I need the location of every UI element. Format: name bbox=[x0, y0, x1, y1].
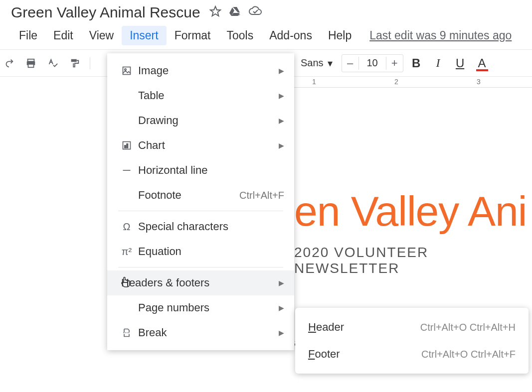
menu-equation[interactable]: π² Equation bbox=[107, 239, 294, 264]
svg-point-7 bbox=[125, 69, 126, 70]
italic-button[interactable]: I bbox=[429, 56, 447, 70]
document-subheading[interactable]: 2020 VOLUNTEER NEWSLETTER bbox=[294, 245, 532, 276]
bold-button[interactable]: B bbox=[407, 56, 425, 70]
chevron-right-icon: ▶ bbox=[279, 329, 284, 337]
menu-tools[interactable]: Tools bbox=[219, 26, 262, 45]
image-icon bbox=[118, 66, 135, 76]
submenu-footer[interactable]: Footer Ctrl+Alt+O Ctrl+Alt+F bbox=[295, 341, 529, 368]
svg-rect-5 bbox=[71, 59, 77, 62]
menu-drawing[interactable]: Drawing ▶ bbox=[107, 108, 294, 133]
ruler-mark: 1 bbox=[312, 78, 316, 86]
menu-label: Headers & footers bbox=[118, 276, 274, 289]
hline-icon bbox=[118, 165, 135, 175]
menu-label: Chart bbox=[135, 139, 274, 152]
submenu-shortcut: Ctrl+Alt+O Ctrl+Alt+F bbox=[421, 349, 516, 360]
menu-label: Equation bbox=[135, 245, 284, 258]
print-icon[interactable] bbox=[22, 54, 40, 72]
document-title[interactable]: Green Valley Animal Rescue bbox=[11, 4, 200, 21]
svg-rect-4 bbox=[28, 64, 34, 67]
menu-label: Footnote bbox=[135, 189, 239, 202]
menu-addons[interactable]: Add-ons bbox=[261, 26, 320, 45]
menu-footnote[interactable]: Footnote Ctrl+Alt+F bbox=[107, 183, 294, 208]
menu-shortcut: Ctrl+Alt+F bbox=[239, 190, 284, 201]
font-name-label: Sans bbox=[301, 57, 324, 69]
menu-edit[interactable]: Edit bbox=[45, 26, 81, 45]
ruler-mark: 2 bbox=[394, 78, 398, 86]
paint-format-icon[interactable] bbox=[66, 54, 84, 72]
svg-rect-2 bbox=[28, 59, 34, 61]
font-family-picker[interactable]: Sans ▾ bbox=[296, 57, 338, 69]
font-size-value[interactable]: 10 bbox=[359, 57, 386, 69]
document-heading[interactable]: en Valley Ani bbox=[294, 187, 532, 236]
last-edit-link[interactable]: Last edit was 9 minutes ago bbox=[369, 29, 512, 42]
svg-rect-9 bbox=[125, 145, 126, 148]
cursor-hand-icon bbox=[117, 275, 134, 288]
menubar: File Edit View Insert Format Tools Add-o… bbox=[0, 21, 532, 50]
chevron-down-icon: ▾ bbox=[328, 57, 333, 69]
ruler-mark: 3 bbox=[477, 78, 481, 86]
font-size-increase[interactable]: + bbox=[386, 57, 403, 70]
font-size-decrease[interactable]: – bbox=[342, 57, 359, 70]
cloud-saved-icon[interactable] bbox=[248, 5, 262, 19]
submenu-shortcut: Ctrl+Alt+O Ctrl+Alt+H bbox=[420, 322, 516, 333]
chevron-right-icon: ▶ bbox=[279, 304, 284, 312]
insert-dropdown: Image ▶ Table ▶ Drawing ▶ Chart ▶ Horizo… bbox=[107, 53, 294, 350]
svg-rect-6 bbox=[123, 67, 131, 75]
menu-break[interactable]: Break ▶ bbox=[107, 320, 294, 345]
menu-divider bbox=[118, 211, 283, 211]
menu-divider bbox=[118, 267, 283, 267]
title-row: Green Valley Animal Rescue + bbox=[0, 0, 532, 21]
text-color-button[interactable]: A bbox=[473, 56, 491, 70]
chevron-right-icon: ▶ bbox=[279, 67, 284, 75]
chevron-right-icon: ▶ bbox=[279, 92, 284, 100]
submenu-label: Footer bbox=[308, 348, 421, 361]
menu-insert[interactable]: Insert bbox=[122, 26, 167, 45]
menu-format[interactable]: Format bbox=[167, 26, 219, 45]
underline-button[interactable]: U bbox=[451, 56, 469, 70]
submenu-label: Header bbox=[308, 321, 420, 334]
menu-help[interactable]: Help bbox=[320, 26, 359, 45]
menu-label: Special characters bbox=[135, 220, 284, 233]
svg-rect-10 bbox=[127, 144, 128, 148]
menu-label: Horizontal line bbox=[135, 164, 284, 177]
menu-chart[interactable]: Chart ▶ bbox=[107, 133, 294, 158]
chevron-right-icon: ▶ bbox=[279, 279, 284, 287]
star-icon[interactable] bbox=[209, 5, 221, 19]
menu-page-numbers[interactable]: Page numbers ▶ bbox=[107, 295, 294, 320]
menu-view[interactable]: View bbox=[81, 26, 122, 45]
redo-icon[interactable] bbox=[0, 54, 18, 72]
menu-headers-footers[interactable]: Headers & footers ▶ bbox=[107, 270, 294, 295]
pi-icon: π² bbox=[118, 246, 135, 258]
menu-label: Page numbers bbox=[135, 301, 274, 314]
svg-text:+: + bbox=[237, 12, 240, 17]
font-size-stepper: – 10 + bbox=[342, 54, 403, 72]
menu-table[interactable]: Table ▶ bbox=[107, 83, 294, 108]
menu-label: Drawing bbox=[135, 114, 274, 127]
chevron-right-icon: ▶ bbox=[279, 141, 284, 149]
menu-label: Image bbox=[135, 64, 274, 77]
menu-file[interactable]: File bbox=[11, 26, 45, 45]
headers-footers-submenu: Header Ctrl+Alt+O Ctrl+Alt+H Footer Ctrl… bbox=[295, 308, 529, 374]
menu-label: Break bbox=[135, 326, 274, 339]
ruler[interactable]: 1 2 3 bbox=[292, 77, 532, 88]
svg-marker-0 bbox=[210, 6, 220, 16]
drive-icon[interactable]: + bbox=[228, 5, 241, 19]
page-break-icon bbox=[118, 328, 135, 338]
chevron-right-icon: ▶ bbox=[279, 117, 284, 125]
menu-image[interactable]: Image ▶ bbox=[107, 58, 294, 83]
menu-special-characters[interactable]: Ω Special characters bbox=[107, 214, 294, 239]
title-icons: + bbox=[209, 5, 262, 19]
spellcheck-icon[interactable] bbox=[44, 54, 62, 72]
chart-icon bbox=[118, 140, 135, 150]
submenu-header[interactable]: Header Ctrl+Alt+O Ctrl+Alt+H bbox=[295, 314, 529, 341]
toolbar-separator bbox=[90, 57, 90, 69]
menu-horizontal-line[interactable]: Horizontal line bbox=[107, 158, 294, 183]
menu-label: Table bbox=[135, 89, 274, 102]
omega-icon: Ω bbox=[118, 221, 135, 233]
